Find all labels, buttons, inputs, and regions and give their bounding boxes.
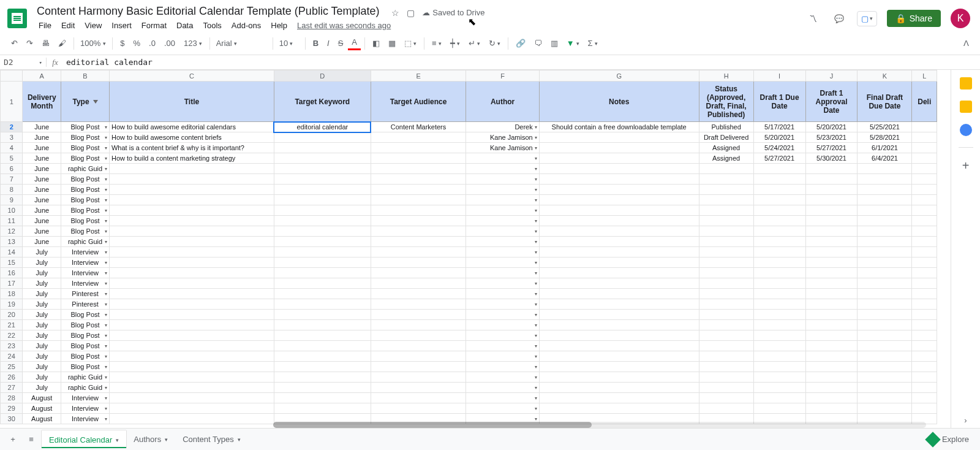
cell-G2[interactable]: Should contain a free downloadable templ…: [539, 122, 699, 132]
cell-C9[interactable]: [109, 195, 274, 205]
increase-decimal-button[interactable]: .00: [160, 36, 179, 50]
cell-K16[interactable]: [858, 268, 912, 278]
cell-J28[interactable]: [805, 393, 858, 403]
row-header-17[interactable]: 17: [1, 278, 23, 289]
cell-A29[interactable]: August: [23, 403, 61, 414]
cell-C13[interactable]: [109, 237, 274, 247]
cell-C18[interactable]: [109, 289, 274, 299]
cell-F3[interactable]: Kane Jamison: [466, 132, 539, 143]
cell-D5[interactable]: [274, 153, 371, 164]
cell-L8[interactable]: [912, 185, 937, 195]
cell-A20[interactable]: July: [23, 310, 61, 320]
cell-G14[interactable]: [539, 247, 699, 257]
cell-G20[interactable]: [539, 310, 699, 320]
cell-E12[interactable]: [371, 226, 466, 237]
account-avatar[interactable]: K: [951, 9, 970, 28]
cell-D15[interactable]: [274, 257, 371, 268]
cell-H9[interactable]: [699, 195, 753, 205]
cell-H19[interactable]: [699, 299, 753, 310]
cell-G6[interactable]: [539, 164, 699, 174]
cell-I27[interactable]: [753, 383, 805, 393]
cell-F14[interactable]: [466, 247, 539, 257]
cell-I29[interactable]: [753, 403, 805, 414]
cell-L18[interactable]: [912, 289, 937, 299]
cell-C19[interactable]: [109, 299, 274, 310]
text-color-button[interactable]: A: [348, 36, 361, 50]
cell-K25[interactable]: [858, 362, 912, 372]
cell-B13[interactable]: raphic Guid: [61, 237, 110, 247]
cell-K26[interactable]: [858, 372, 912, 383]
header-cell-E[interactable]: Target Audience: [371, 82, 466, 122]
cell-E6[interactable]: [371, 164, 466, 174]
cell-F25[interactable]: [466, 362, 539, 372]
cell-I21[interactable]: [753, 320, 805, 330]
cell-J24[interactable]: [805, 351, 858, 362]
cell-F29[interactable]: [466, 403, 539, 414]
cell-J17[interactable]: [805, 278, 858, 289]
row-header-10[interactable]: 10: [1, 205, 23, 216]
cell-E29[interactable]: [371, 403, 466, 414]
cell-E11[interactable]: [371, 216, 466, 226]
cell-C15[interactable]: [109, 257, 274, 268]
column-header-J[interactable]: J: [805, 71, 858, 82]
cell-F23[interactable]: [466, 341, 539, 351]
cell-E7[interactable]: [371, 174, 466, 185]
cell-H22[interactable]: [699, 330, 753, 341]
cell-J11[interactable]: [805, 216, 858, 226]
italic-button[interactable]: I: [323, 36, 333, 50]
cell-E27[interactable]: [371, 383, 466, 393]
cell-F18[interactable]: [466, 289, 539, 299]
cell-D10[interactable]: [274, 205, 371, 216]
cell-I17[interactable]: [753, 278, 805, 289]
cell-J3[interactable]: 5/23/2021: [805, 132, 858, 143]
cell-H12[interactable]: [699, 226, 753, 237]
cell-A23[interactable]: July: [23, 341, 61, 351]
cell-C16[interactable]: [109, 268, 274, 278]
cell-L25[interactable]: [912, 362, 937, 372]
cell-K7[interactable]: [858, 174, 912, 185]
font-select[interactable]: Arial ▾: [214, 37, 269, 49]
cell-H4[interactable]: Assigned: [699, 143, 753, 153]
cell-B17[interactable]: Interview: [61, 278, 110, 289]
cell-E25[interactable]: [371, 362, 466, 372]
cell-C25[interactable]: [109, 362, 274, 372]
cell-H18[interactable]: [699, 289, 753, 299]
cell-J14[interactable]: [805, 247, 858, 257]
cell-E19[interactable]: [371, 299, 466, 310]
cell-B2[interactable]: Blog Post: [61, 122, 110, 132]
cell-B16[interactable]: Interview: [61, 268, 110, 278]
cell-I24[interactable]: [753, 351, 805, 362]
cell-D14[interactable]: [274, 247, 371, 257]
cell-B24[interactable]: Blog Post: [61, 351, 110, 362]
cell-D22[interactable]: [274, 330, 371, 341]
cell-I10[interactable]: [753, 205, 805, 216]
redo-button[interactable]: ↷: [23, 36, 37, 50]
cell-L9[interactable]: [912, 195, 937, 205]
comment-button[interactable]: 🗨: [530, 36, 546, 50]
menu-addons[interactable]: Add-ons: [227, 19, 265, 32]
cell-I28[interactable]: [753, 393, 805, 403]
cell-I19[interactable]: [753, 299, 805, 310]
cell-L22[interactable]: [912, 330, 937, 341]
cloud-status[interactable]: ☁ Saved to Drive: [422, 8, 484, 17]
cell-A15[interactable]: July: [23, 257, 61, 268]
cell-H6[interactable]: [699, 164, 753, 174]
name-box[interactable]: D2▾: [0, 58, 47, 67]
cell-I5[interactable]: 5/27/2021: [753, 153, 805, 164]
cell-C4[interactable]: What is a content brief & why is it impo…: [109, 143, 274, 153]
header-cell-F[interactable]: Author: [466, 82, 539, 122]
cell-J4[interactable]: 5/27/2021: [805, 143, 858, 153]
cell-I11[interactable]: [753, 216, 805, 226]
cell-E28[interactable]: [371, 393, 466, 403]
cell-F7[interactable]: [466, 174, 539, 185]
cell-K11[interactable]: [858, 216, 912, 226]
cell-B21[interactable]: Blog Post: [61, 320, 110, 330]
cell-K14[interactable]: [858, 247, 912, 257]
cell-K12[interactable]: [858, 226, 912, 237]
cell-H13[interactable]: [699, 237, 753, 247]
cell-H2[interactable]: Published: [699, 122, 753, 132]
cell-C6[interactable]: [109, 164, 274, 174]
cell-G5[interactable]: [539, 153, 699, 164]
merge-button[interactable]: ⬚ ▾: [401, 36, 420, 50]
cell-K8[interactable]: [858, 185, 912, 195]
